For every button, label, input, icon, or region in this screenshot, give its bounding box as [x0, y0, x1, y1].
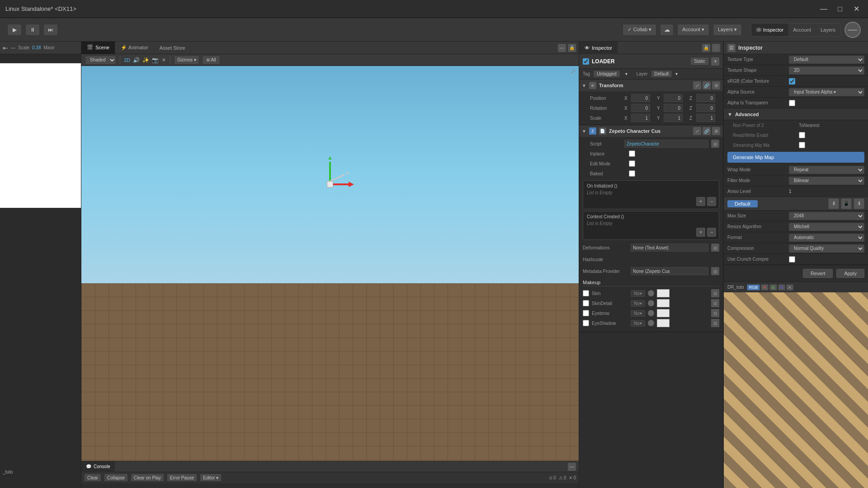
transform-link-btn[interactable]: 🔗 — [703, 81, 711, 89]
audio-icon[interactable]: 🔊 — [133, 57, 140, 63]
inspector-menu-btn[interactable]: ⋮ — [712, 44, 720, 52]
gizmos-button[interactable]: Gizmos ▾ — [174, 56, 199, 65]
animator-tab[interactable]: ⚡ Animator — [115, 42, 154, 54]
texture-shape-dropdown[interactable]: 2D — [789, 66, 864, 75]
eyebrow-color-square[interactable] — [657, 309, 670, 317]
skin-detail-checkbox[interactable] — [583, 300, 589, 306]
skin-color-circle[interactable] — [648, 290, 654, 296]
wrap-mode-dropdown[interactable]: Repeat — [789, 166, 864, 174]
transform-menu-btn[interactable]: ⚙ — [712, 81, 720, 89]
maximize-button[interactable]: □ — [834, 3, 846, 15]
metadata-link-btn[interactable]: ◎ — [711, 267, 719, 275]
secondary-layers-tab[interactable]: Layers — [816, 23, 840, 36]
platform-download-btn[interactable]: ⬇ — [828, 198, 839, 209]
scale-y-input[interactable] — [664, 114, 683, 122]
console-tab[interactable]: 💬 Console — [81, 461, 115, 472]
collab-button[interactable]: ✓ Collab ▾ — [623, 24, 656, 36]
camera-icon[interactable]: 📷 — [152, 57, 159, 63]
alpha-source-dropdown[interactable]: Input Texture Alpha ▾ — [789, 88, 864, 96]
advanced-section-header[interactable]: ▼ Advanced — [724, 108, 868, 120]
character-expand-btn[interactable]: ⤢ — [693, 127, 701, 135]
console-panel-minus[interactable]: — — [568, 463, 576, 471]
eyebrow-color-circle[interactable] — [648, 310, 654, 316]
eyeshadow-color-square[interactable] — [657, 319, 670, 327]
character-menu-btn[interactable]: ⚙ — [712, 127, 720, 135]
platform-mobile-btn[interactable]: 📱 — [841, 198, 852, 209]
pos-z-input[interactable] — [696, 94, 715, 102]
secondary-account-tab[interactable]: Account — [788, 23, 816, 36]
revert-button[interactable]: Revert — [803, 269, 833, 278]
script-link-btn[interactable]: ◎ — [711, 140, 719, 148]
eyeshadow-checkbox[interactable] — [583, 320, 589, 326]
transform-gizmo[interactable] — [312, 166, 348, 202]
transform-expand-btn[interactable]: ⤢ — [693, 81, 701, 89]
rgb-channel-btn[interactable]: RGB — [747, 284, 760, 291]
collapse-button[interactable]: Collapse — [104, 474, 128, 482]
skin-end-btn[interactable]: ⊙ — [711, 289, 719, 297]
clear-on-play-button[interactable]: Clear on Play — [131, 474, 164, 482]
context-add-btn[interactable]: + — [696, 228, 705, 237]
clear-button[interactable]: Clear — [84, 474, 101, 482]
skin-checkbox[interactable] — [583, 290, 589, 296]
resize-dropdown[interactable]: Mitchell — [789, 223, 864, 231]
eyebrow-checkbox[interactable] — [583, 310, 589, 316]
asset-store-tab[interactable]: Asset Store — [154, 42, 191, 54]
skin-no-dropdown[interactable]: No▾ — [631, 290, 645, 297]
pause-button[interactable]: ⏸ — [25, 24, 40, 36]
edit-mode-checkbox[interactable] — [629, 160, 635, 167]
minimize-button[interactable]: — — [817, 3, 830, 15]
alpha-transparent-checkbox[interactable] — [789, 100, 795, 106]
sun-icon[interactable]: ☀ — [161, 57, 166, 63]
max-size-dropdown[interactable]: 2048 — [789, 212, 864, 220]
baked-checkbox[interactable] — [629, 170, 635, 177]
skin-detail-color-circle[interactable] — [648, 300, 654, 306]
user-avatar[interactable]: — — [844, 22, 861, 38]
shaded-dropdown[interactable]: Shaded — [85, 56, 116, 65]
inspector-lock-btn[interactable]: 🔒 — [702, 44, 710, 52]
all-button[interactable]: ⊛:All — [202, 56, 220, 65]
cloud-button[interactable]: ☁ — [660, 24, 674, 36]
eyebrow-no-dropdown[interactable]: No▾ — [631, 310, 645, 317]
eyebrow-end-btn[interactable]: ⊙ — [711, 309, 719, 317]
platform-arrow-btn[interactable]: ⬇ — [854, 198, 864, 209]
on-init-add-btn[interactable]: + — [696, 197, 705, 206]
pos-y-input[interactable] — [664, 94, 683, 102]
eyeshadow-end-btn[interactable]: ⊙ — [711, 319, 719, 327]
effects-icon[interactable]: ✨ — [142, 57, 149, 63]
a-channel-btn[interactable]: A — [786, 284, 793, 291]
inplace-checkbox[interactable] — [629, 150, 635, 157]
scale-x-input[interactable] — [631, 114, 650, 122]
editor-dropdown[interactable]: Editor ▾ — [200, 474, 222, 482]
context-remove-btn[interactable]: − — [707, 228, 716, 237]
object-active-checkbox[interactable] — [583, 58, 589, 65]
b-channel-btn[interactable]: B — [778, 284, 785, 291]
apply-button[interactable]: Apply — [836, 269, 864, 278]
static-badge[interactable]: Static — [691, 58, 708, 65]
scale-z-input[interactable] — [696, 114, 715, 122]
inspector-tab[interactable]: 👁 Inspector — [579, 42, 618, 54]
tag-value[interactable]: Untagged — [594, 70, 619, 77]
crunch-checkbox[interactable] — [789, 256, 795, 263]
skin-detail-no-dropdown[interactable]: No▾ — [631, 300, 645, 307]
eyeshadow-color-circle[interactable] — [648, 320, 654, 326]
skin-detail-end-btn[interactable]: ⊙ — [711, 299, 719, 307]
layers-button[interactable]: Layers ▾ — [713, 24, 742, 36]
rot-z-input[interactable] — [696, 104, 715, 112]
scene-tab[interactable]: 🎬 Scene — [81, 42, 115, 54]
pos-x-input[interactable] — [631, 94, 650, 102]
rot-y-input[interactable] — [664, 104, 683, 112]
texture-type-dropdown[interactable]: Default — [789, 56, 864, 64]
layer-value[interactable]: Default — [651, 70, 672, 77]
on-init-remove-btn[interactable]: − — [707, 197, 716, 206]
viewport-expand-btn[interactable]: ⤢ — [571, 68, 576, 75]
compression-dropdown[interactable]: Normal Quality — [789, 244, 864, 253]
character-header[interactable]: ▼ Z 📄 Zepeto Character Cus ⤢ 🔗 ⚙ — [579, 125, 723, 137]
transform-header[interactable]: ▼ ⊕ Transform ⤢ 🔗 ⚙ — [579, 80, 723, 91]
step-button[interactable]: ⏭ — [43, 24, 58, 36]
scene-viewport[interactable]: ⤢ — [81, 66, 579, 461]
skin-detail-color-square[interactable] — [657, 299, 670, 307]
srgb-checkbox[interactable] — [789, 78, 795, 84]
secondary-inspector-tab[interactable]: 0 Inspector — [751, 23, 788, 36]
character-link-btn[interactable]: 🔗 — [703, 127, 711, 135]
close-button[interactable]: ✕ — [850, 3, 863, 15]
